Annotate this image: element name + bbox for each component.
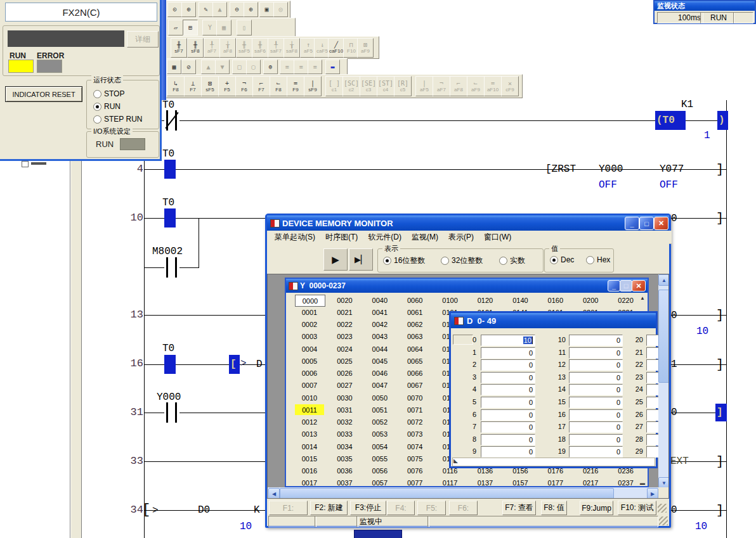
d-value-field[interactable]: 0 (481, 359, 535, 371)
y-device-cell[interactable]: 0075 (400, 453, 429, 464)
radio-STOP[interactable]: STOP (93, 89, 124, 98)
y-device-cell[interactable]: 0014 (295, 441, 324, 452)
d-value-field[interactable]: 0 (481, 409, 535, 421)
d-value-field[interactable] (646, 421, 659, 433)
y-device-cell[interactable]: 0042 (365, 319, 394, 330)
y-device-cell[interactable]: 0002 (295, 319, 324, 330)
monitor-start-button[interactable]: ▶ (323, 248, 348, 271)
symbol-aF8[interactable]: ╁aF8 (219, 38, 236, 58)
fn-F8b[interactable]: ⌙F8 (270, 76, 287, 96)
monitor-status-titlebar[interactable]: 监视状态 (655, 1, 755, 11)
y-device-cell[interactable]: 0062 (400, 319, 429, 330)
y-device-cell[interactable]: 0200 (576, 295, 605, 305)
d-value-field[interactable] (646, 409, 659, 421)
radio-实数[interactable]: 实数 (499, 255, 525, 266)
edit-marker-button[interactable]: ✎ (199, 2, 213, 17)
refresh-button[interactable]: ◎ (273, 2, 288, 17)
d-value-field[interactable] (646, 397, 659, 408)
project-tree-panel[interactable] (0, 161, 70, 538)
fn-F9[interactable]: =F9 (287, 76, 304, 96)
y-device-cell[interactable]: 0070 (400, 392, 429, 403)
energized-contact[interactable] (164, 208, 176, 227)
y-device-cell[interactable]: 0050 (365, 392, 394, 403)
y-device-cell[interactable]: 0027 (330, 380, 359, 391)
mdi-horizontal-scrollbar[interactable]: ◀ ▶ (268, 487, 658, 499)
y-device-cell[interactable]: 0020 (330, 295, 359, 305)
y-device-cell[interactable]: 0026 (330, 368, 359, 379)
d-value-field[interactable]: 0 (569, 384, 623, 395)
fn-F5[interactable]: +F5 (218, 76, 236, 96)
scroll-left-button[interactable]: ◀ (268, 488, 280, 499)
y-device-cell[interactable]: 0044 (365, 343, 394, 354)
y-device-cell[interactable]: 0140 (505, 295, 535, 305)
menu-菜单起动(S)[interactable]: 菜单起动(S) (270, 231, 320, 244)
y-device-cell[interactable]: 0033 (330, 429, 359, 440)
list-view-button[interactable]: ▯ (237, 20, 252, 35)
y-device-cell[interactable]: 0030 (330, 392, 359, 403)
dmm-titlebar[interactable]: DEVICE MEMORY MONITOR _ □ ✕ (267, 215, 669, 231)
function-key-F3停止[interactable]: F3:停止 (350, 501, 386, 515)
y-device-cell[interactable]: 0160 (541, 295, 570, 305)
coil-highlighted[interactable]: (T0 (655, 111, 686, 130)
zoom-in-button[interactable]: ⊕ (244, 2, 258, 17)
device-find-button[interactable]: ⊚ (263, 60, 278, 74)
y-device-cell[interactable]: 0022 (330, 319, 359, 330)
d-window-titlebar[interactable]: D 0- 49 (451, 313, 656, 328)
y-device-cell[interactable]: 0072 (400, 417, 429, 428)
ladder-monitor-button[interactable]: ▩ (167, 60, 181, 74)
down-button[interactable]: ▼ (215, 60, 230, 74)
y-device-cell[interactable]: 0060 (400, 295, 429, 305)
menu-表示(P)[interactable]: 表示(P) (443, 231, 479, 244)
up-button[interactable]: ▲ (201, 60, 216, 74)
function-key-F7查看[interactable]: F7: 查看 (502, 501, 536, 515)
y-device-cell[interactable]: 0035 (330, 453, 359, 464)
cascade-button[interactable]: ▢ (246, 60, 261, 74)
symbol-saF8[interactable]: ╁saF8 (284, 38, 300, 58)
d-horizontal-scrollbar[interactable]: ◣ (452, 458, 655, 466)
symbol-saF6[interactable]: ╫saF6 (252, 38, 268, 58)
d-value-field[interactable]: 0 (569, 347, 623, 359)
fn-aF5[interactable]: |aF5 (415, 76, 433, 96)
symbol-saF5[interactable]: ╫saF5 (236, 38, 252, 58)
fn-aF9[interactable]: ⌙aF9 (467, 76, 485, 96)
stamp-button[interactable]: ▲ (212, 2, 227, 17)
y-device-cell[interactable]: 0066 (400, 368, 429, 379)
fn-c4[interactable]: [ST]c4 (377, 76, 394, 96)
y-device-cell[interactable]: 0045 (365, 355, 394, 366)
y-device-cell[interactable]: 0067 (400, 380, 429, 391)
y-device-cell[interactable]: 0071 (400, 404, 429, 415)
y-device-cell[interactable]: 0005 (295, 355, 324, 366)
d-value-field[interactable]: 0 (569, 409, 623, 421)
energized-contact[interactable] (164, 160, 176, 179)
fn-F7[interactable]: ⊥F7 (184, 76, 202, 96)
fn-c5[interactable]: [R]c5 (394, 76, 412, 96)
radio-Dec[interactable]: Dec (550, 255, 574, 264)
y-device-cell[interactable]: 0051 (365, 404, 394, 415)
y-device-cell[interactable]: 0001 (295, 307, 324, 317)
d-value-field[interactable]: 0 (481, 434, 535, 445)
wiring-button[interactable]: Y (202, 20, 218, 35)
mdi-vertical-scrollbar[interactable]: ▲ ▼ (658, 274, 669, 487)
compare-open-highlighted[interactable]: [ (229, 355, 240, 374)
y-device-cell[interactable]: 0040 (365, 295, 394, 305)
find-button[interactable]: ⊙ (167, 2, 182, 17)
new-view-button[interactable]: ▱ (168, 20, 183, 35)
y-device-cell[interactable]: 0061 (400, 307, 429, 317)
window-transfer-button[interactable]: ▣ (259, 2, 274, 17)
open-contact[interactable] (164, 402, 179, 423)
d-value-field[interactable] (646, 335, 659, 346)
nc-contact[interactable] (164, 110, 179, 131)
d-value-field[interactable] (646, 359, 659, 371)
y-device-cell[interactable]: 0025 (330, 355, 359, 366)
symbol-saF7[interactable]: ╀saF7 (268, 38, 284, 58)
d-value-field[interactable]: 0 (569, 359, 623, 371)
function-key-F2新建[interactable]: F2: 新建 (310, 501, 348, 515)
y-device-cell[interactable]: 0054 (365, 441, 394, 452)
y-device-cell[interactable]: 0024 (330, 343, 359, 354)
d-value-field[interactable]: 0 (569, 372, 623, 383)
fn-c3[interactable]: [SE]c3 (360, 76, 377, 96)
menu-监视(M)[interactable]: 监视(M) (407, 231, 443, 244)
y-device-cell[interactable]: 0053 (365, 429, 394, 440)
y-device-cell[interactable]: 0076 (400, 466, 429, 477)
fn-aF8[interactable]: ⌐aF8 (450, 76, 467, 96)
